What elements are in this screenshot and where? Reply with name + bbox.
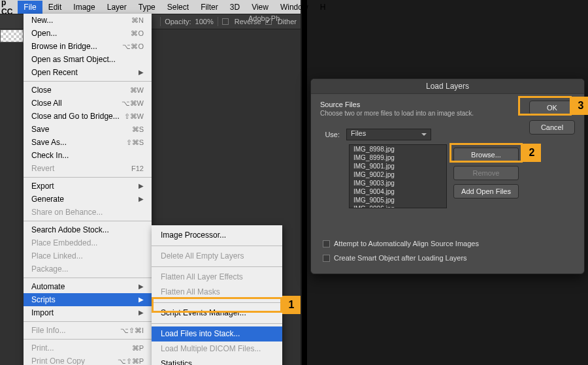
menu-separator [24,278,152,278]
file-menu-item[interactable]: Place Embedded... [24,236,152,249]
menu-shortcut: ⇧⌘S [126,137,144,148]
file-list-item[interactable]: IMG_9005.jpg [350,196,446,204]
menu-separator [24,221,152,221]
scripts-menu-item[interactable]: Image Processor... [152,228,282,243]
align-label: Attempt to Automatically Align Source Im… [334,240,479,247]
file-menu-item[interactable]: Print...⌘P [24,341,152,355]
file-menu-item[interactable]: Check In... [24,149,152,162]
file-list-item[interactable]: IMG_8998.jpg [350,145,446,153]
menu-shortcut: ⌘W [130,85,144,95]
file-list-item[interactable]: IMG_9002.jpg [350,170,446,179]
file-menu-item[interactable]: Open as Smart Object... [24,53,152,66]
menu-shortcut: F12 [131,163,144,174]
file-menu-item[interactable]: Open Recent▶ [24,66,152,79]
menu-shortcut: ⇧⌘W [124,111,144,121]
dialog-title: Load Layers [311,79,584,94]
menu-shortcut: ⌘P [132,343,144,353]
menu-separator [24,81,152,82]
file-list-item[interactable]: IMG_9003.jpg [350,179,446,187]
file-menu-item[interactable]: Save⌘S [24,123,152,136]
menubar-item-3d[interactable]: 3D [224,1,246,14]
scripts-menu-item[interactable]: Delete All Empty Layers [152,249,282,264]
menubar-item-filter[interactable]: Filter [195,1,224,14]
smart-object-label: Create Smart Object after Loading Layers [334,254,467,262]
scripts-menu-item[interactable]: Load Multiple DICOM Files... [152,341,282,357]
menu-separator [24,339,152,340]
align-checkbox[interactable] [323,240,330,247]
file-menu-item[interactable]: Close and Go to Bridge...⇧⌘W [24,110,152,123]
menubar-item-window[interactable]: Window [274,1,314,14]
callout-2-box [449,143,523,163]
menubar-item-view[interactable]: View [246,1,274,14]
scripts-submenu: Image Processor...Delete All Empty Layer… [152,225,282,365]
menubar-item-help[interactable]: H [314,1,332,14]
file-menu-item[interactable]: Open...⌘O [24,27,152,40]
file-list-item[interactable]: IMG_9001.jpg [350,162,446,170]
scripts-menu-item[interactable]: Flatten All Layer Effects [152,270,282,285]
file-menu-item[interactable]: Print One Copy⌥⇧⌘P [24,355,152,365]
menu-shortcut: ⌘S [132,124,144,135]
file-menu-dropdown: New...⌘NOpen...⌘OBrowse in Bridge...⌥⌘OO… [24,14,152,365]
file-menu-item[interactable]: Save As...⇧⌘S [24,136,152,149]
menu-separator [152,266,282,267]
scripts-menu-item[interactable]: Statistics... [152,357,282,365]
file-menu-item[interactable]: Close⌘W [24,84,152,97]
use-label: Use: [320,131,340,138]
menu-shortcut: ⌥⌘W [122,98,144,108]
submenu-arrow-icon: ▶ [139,181,144,191]
submenu-arrow-icon: ▶ [139,281,144,292]
file-list[interactable]: IMG_8998.jpgIMG_8999.jpgIMG_9001.jpgIMG_… [349,144,447,208]
file-menu-item[interactable]: File Info...⌥⇧⌘I [24,324,152,337]
file-menu-item[interactable]: Browse in Bridge...⌥⌘O [24,40,152,53]
callout-1-box [152,297,282,313]
file-list-item[interactable]: IMG_9006.jpg [350,204,446,208]
cancel-button[interactable]: Cancel [529,120,575,135]
file-menu-item[interactable]: Generate▶ [24,193,152,206]
file-list-item[interactable]: IMG_8999.jpg [350,153,446,162]
callout-3-badge: 3 [572,97,588,115]
use-select[interactable]: Files [346,129,431,140]
reverse-checkbox[interactable] [222,18,229,25]
file-menu-item[interactable]: Import▶ [24,306,152,319]
add-open-files-button[interactable]: Add Open Files [453,184,519,198]
file-menu-item[interactable]: Export▶ [24,180,152,193]
opacity-label: Opacity: [165,18,191,25]
submenu-arrow-icon: ▶ [139,308,144,318]
file-menu-item[interactable]: Package... [24,262,152,276]
smart-object-checkbox[interactable] [323,255,330,262]
menubar-item-layer[interactable]: Layer [101,1,133,14]
menu-shortcut: ⌥⇧⌘P [118,356,144,365]
file-menu-item[interactable]: Close All⌥⌘W [24,97,152,110]
menubar-item-image[interactable]: Image [67,1,101,14]
menubar-item-file[interactable]: File [18,1,42,14]
menu-separator [24,321,152,322]
menubar-item-type[interactable]: Type [133,1,161,14]
submenu-arrow-icon: ▶ [139,294,144,305]
menu-shortcut: ⌥⇧⌘I [120,325,144,336]
canvas-thumbnail [0,29,24,42]
file-menu-item[interactable]: Search Adobe Stock... [24,223,152,236]
scripts-menu-item[interactable]: Load Files into Stack... [152,326,282,341]
menu-shortcut: ⌥⌘O [122,41,144,52]
file-menu-item[interactable]: Share on Behance... [24,206,152,219]
photoshop-window: p CC File Edit Image Layer Type Select F… [0,0,301,365]
dither-checkbox[interactable] [265,18,272,25]
submenu-arrow-icon: ▶ [139,194,144,204]
menubar-item-edit[interactable]: Edit [42,1,68,14]
menu-shortcut: ⌘N [131,15,144,25]
menu-separator [152,246,282,246]
remove-button[interactable]: Remove [453,166,519,180]
menu-separator [24,177,152,178]
file-menu-item[interactable]: Automate▶ [24,280,152,293]
menu-separator [152,323,282,324]
panel-divider [302,0,307,365]
opacity-value[interactable]: 100% [195,18,214,25]
reverse-label: Reverse [235,18,261,25]
file-list-item[interactable]: IMG_9004.jpg [350,187,446,196]
file-menu-item[interactable]: Place Linked... [24,249,152,262]
callout-2-badge: 2 [523,144,541,162]
menubar-item-select[interactable]: Select [161,1,195,14]
file-menu-item[interactable]: New...⌘N [24,14,152,27]
file-menu-item[interactable]: Scripts▶ [24,293,152,306]
file-menu-item[interactable]: RevertF12 [24,162,152,175]
